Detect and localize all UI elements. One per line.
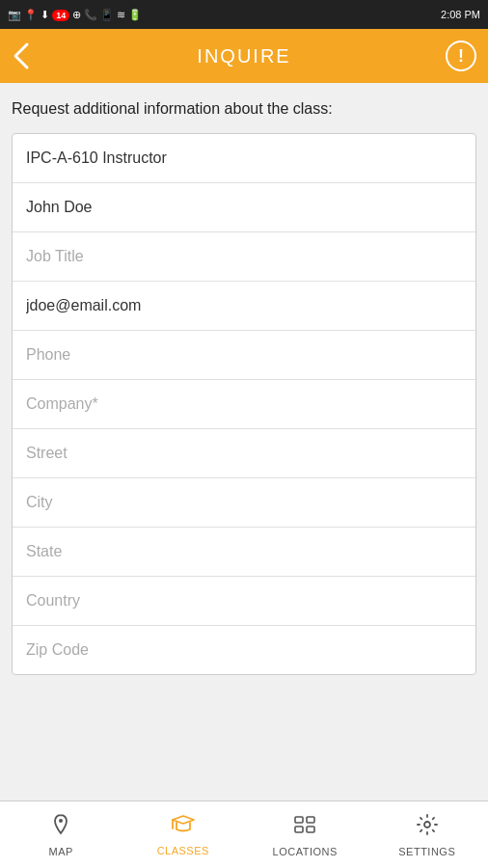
field-phone[interactable] xyxy=(13,331,475,380)
nav-label-map: MAP xyxy=(49,846,73,857)
header: INQUIRE ! xyxy=(0,29,488,83)
input-zip-code[interactable] xyxy=(26,641,462,659)
nav-item-classes[interactable]: CLASSES xyxy=(122,801,245,868)
status-bar-right: 2:08 PM xyxy=(441,9,480,20)
nav-label-locations: LOCATIONS xyxy=(273,846,338,857)
status-bar-left: 📷 📍 ⬇ 14 ⊕ 📞 📱 ≋ 🔋 xyxy=(8,9,142,21)
svg-point-5 xyxy=(424,822,430,827)
nav-item-locations[interactable]: LOCATIONS xyxy=(244,801,366,868)
svg-point-0 xyxy=(59,819,63,823)
alert-icon: ! xyxy=(458,46,464,67)
status-time: 2:08 PM xyxy=(441,9,480,20)
map-icon xyxy=(50,813,71,842)
input-email[interactable] xyxy=(26,297,462,314)
nav-label-settings: SETTINGS xyxy=(398,846,455,857)
svg-rect-2 xyxy=(307,817,314,823)
input-job-title[interactable] xyxy=(26,248,462,265)
field-full-name[interactable] xyxy=(13,183,475,232)
nav-item-map[interactable]: MAP xyxy=(0,801,122,868)
field-class-name[interactable] xyxy=(13,134,475,183)
input-street[interactable] xyxy=(26,445,462,462)
field-job-title[interactable] xyxy=(13,232,475,282)
alert-button[interactable]: ! xyxy=(446,41,476,71)
status-icons: 📷 📍 ⬇ 14 ⊕ 📞 📱 ≋ 🔋 xyxy=(8,9,142,21)
input-phone[interactable] xyxy=(26,346,462,364)
input-city[interactable] xyxy=(26,494,462,511)
field-state[interactable] xyxy=(13,528,475,577)
classes-icon xyxy=(171,814,196,841)
status-bar: 📷 📍 ⬇ 14 ⊕ 📞 📱 ≋ 🔋 2:08 PM xyxy=(0,0,488,29)
settings-icon xyxy=(416,813,439,842)
input-company[interactable] xyxy=(26,395,462,413)
bottom-nav: MAP CLASSES LOCATIONS xyxy=(0,800,488,868)
field-street[interactable] xyxy=(13,429,475,478)
svg-rect-1 xyxy=(295,817,303,823)
nav-label-classes: CLASSES xyxy=(157,845,209,856)
intro-text: Request additional information about the… xyxy=(12,98,476,120)
field-company[interactable] xyxy=(13,380,475,429)
notification-badge: 14 xyxy=(52,10,69,21)
input-full-name[interactable] xyxy=(26,199,462,216)
field-email[interactable] xyxy=(13,282,475,331)
field-zip-code[interactable] xyxy=(13,626,475,674)
svg-rect-3 xyxy=(295,827,303,832)
back-button[interactable] xyxy=(12,41,31,71)
field-country[interactable] xyxy=(13,577,475,626)
input-class-name[interactable] xyxy=(26,149,462,167)
input-state[interactable] xyxy=(26,543,462,560)
page-title: INQUIRE xyxy=(197,45,290,68)
locations-icon xyxy=(293,813,316,842)
inquiry-form xyxy=(12,133,476,675)
nav-item-settings[interactable]: SETTINGS xyxy=(366,801,489,868)
svg-rect-4 xyxy=(307,827,314,832)
input-country[interactable] xyxy=(26,592,462,610)
content-area: Request additional information about the… xyxy=(0,83,488,800)
field-city[interactable] xyxy=(13,478,475,528)
